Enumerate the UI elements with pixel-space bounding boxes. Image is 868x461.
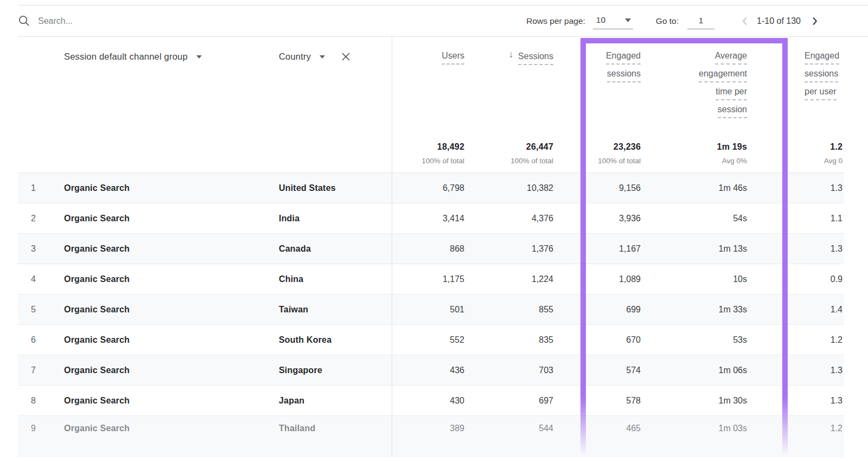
table-row: 4 Organic Search China 1,175 1,224 1,089… (18, 264, 844, 294)
table-row: 7 Organic Search Singapore 436 703 574 1… (18, 355, 844, 386)
sessions-total: 26,447 100% of total (473, 142, 562, 172)
rows-per-page-select[interactable]: 10 (593, 13, 633, 29)
channel-group-header-label: Session default channel group (64, 52, 188, 62)
search-placeholder: Search... (38, 16, 73, 26)
next-page-button[interactable] (808, 15, 821, 28)
chevron-right-icon (809, 15, 821, 27)
country-header-label: Country (279, 52, 311, 62)
dropdown-arrow-icon[interactable] (196, 55, 202, 59)
table-row: 9 Organic Search Thailand 389 544 465 1m… (18, 416, 844, 457)
dropdown-arrow-icon[interactable] (320, 55, 325, 59)
previous-page-button[interactable] (738, 15, 751, 28)
close-icon[interactable] (341, 52, 350, 61)
column-header-avg-engagement-time[interactable]: Average engagement time per session 1m 1… (649, 37, 756, 172)
column-header-users[interactable]: Users 18,492 100% of total (392, 37, 473, 172)
table-row: 8 Organic Search Japan 430 697 578 1m 30… (18, 386, 844, 416)
column-header-country[interactable]: Country (266, 37, 392, 172)
go-to-page-input[interactable]: 1 (687, 13, 714, 29)
sort-descending-icon: ↓ (509, 50, 514, 59)
column-header-sessions[interactable]: ↓Sessions 26,447 100% of total (473, 37, 562, 172)
engaged-sessions-per-user-total: 1.2 Avg 0 (756, 142, 844, 172)
users-total: 18,492 100% of total (392, 142, 473, 172)
rows-per-page-label: Rows per page: (526, 16, 585, 26)
engaged-sessions-total: 23,236 100% of total (562, 142, 649, 172)
pagination-range: 1-10 of 130 (757, 16, 801, 26)
analytics-table-page: Search... Rows per page: 10 Go to: 1 1-1… (0, 0, 868, 461)
highlight-box-left (580, 38, 586, 456)
table-row: 2 Organic Search India 3,414 4,376 3,936… (18, 203, 844, 234)
table-header-row: Session default channel group Country Us… (18, 37, 844, 172)
pagination-controls: Rows per page: 10 Go to: 1 1-10 of 130 (526, 13, 821, 29)
rows-per-page-value: 10 (596, 15, 605, 25)
chevron-left-icon (739, 15, 751, 27)
table-row: 1 Organic Search United States 6,798 10,… (18, 173, 844, 203)
table-row: 5 Organic Search Taiwan 501 855 699 1m 3… (18, 294, 844, 325)
select-arrow-icon (625, 18, 631, 22)
column-header-engaged-sessions-per-user[interactable]: Engaged sessions per user 1.2 Avg 0 (756, 37, 844, 172)
column-header-channel-group[interactable]: Session default channel group (49, 37, 266, 172)
sessions-header-label: Sessions (518, 52, 553, 65)
column-group-divider (392, 37, 392, 457)
data-table: Session default channel group Country Us… (18, 37, 844, 457)
avg-engagement-time-total: 1m 19s Avg 0% (649, 142, 756, 172)
table-row: 3 Organic Search Canada 868 1,376 1,167 … (18, 234, 844, 264)
table-body: 1 Organic Search United States 6,798 10,… (18, 172, 844, 457)
users-header-label: Users (442, 52, 464, 65)
highlight-box-top (580, 38, 788, 43)
table-toolbar: Search... Rows per page: 10 Go to: 1 1-1… (18, 5, 868, 37)
highlight-box-right (782, 38, 788, 456)
search-icon (18, 15, 30, 27)
go-to-label: Go to: (656, 16, 679, 26)
column-header-engaged-sessions[interactable]: Engaged sessions 23,236 100% of total (562, 37, 649, 172)
search-input[interactable]: Search... (18, 15, 526, 27)
go-to-page-value: 1 (699, 16, 704, 25)
row-number-header (18, 37, 49, 172)
table-row: 6 Organic Search South Korea 552 835 670… (18, 325, 844, 355)
